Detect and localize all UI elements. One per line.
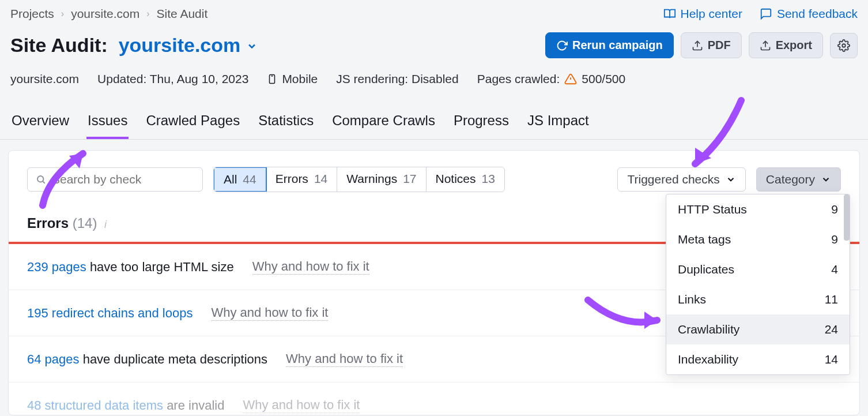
- filter-warnings[interactable]: Warnings17: [337, 167, 426, 192]
- fix-link[interactable]: Why and how to fix it: [243, 398, 360, 413]
- category-crawlability[interactable]: Crawlability24: [666, 314, 850, 344]
- issue-link[interactable]: 239 pages: [27, 260, 86, 274]
- issue-link[interactable]: 48 structured data items: [27, 398, 163, 413]
- info-icon[interactable]: i: [104, 219, 107, 230]
- meta-updated: Updated: Thu, Aug 10, 2023: [97, 72, 248, 86]
- upload-icon: [692, 40, 703, 51]
- tab-issues[interactable]: Issues: [86, 113, 129, 139]
- category-duplicates[interactable]: Duplicates4: [666, 254, 850, 284]
- tab-overview[interactable]: Overview: [10, 113, 70, 139]
- upload-icon: [760, 40, 771, 51]
- breadcrumb: Projects › yoursite.com › Site Audit: [10, 7, 207, 21]
- pdf-button[interactable]: PDF: [681, 32, 742, 58]
- tab-crawled-pages[interactable]: Crawled Pages: [145, 113, 241, 139]
- filter-notices[interactable]: Notices13: [427, 167, 504, 192]
- filter-errors[interactable]: Errors14: [266, 167, 338, 192]
- help-center-link[interactable]: Help center: [663, 7, 742, 21]
- category-http-status[interactable]: HTTP Status9: [666, 194, 850, 224]
- search-input[interactable]: [52, 173, 194, 186]
- meta-js-rendering: JS rendering: Disabled: [336, 72, 458, 86]
- tab-compare-crawls[interactable]: Compare Crawls: [331, 113, 436, 139]
- rerun-campaign-button[interactable]: Rerun campaign: [545, 32, 674, 58]
- page-title: Site Audit: yoursite.com: [10, 34, 258, 57]
- search-input-wrapper[interactable]: [27, 167, 203, 192]
- refresh-icon: [556, 40, 568, 51]
- chevron-down-icon: [821, 174, 831, 185]
- svg-point-7: [37, 176, 43, 182]
- nav-tabs: Overview Issues Crawled Pages Statistics…: [0, 86, 868, 140]
- filter-all[interactable]: All44: [213, 167, 267, 192]
- export-button[interactable]: Export: [749, 32, 823, 58]
- chevron-right-icon: ›: [146, 9, 149, 19]
- feedback-icon: [760, 8, 772, 20]
- chevron-right-icon: ›: [61, 9, 64, 19]
- issue-row: 48 structured data items are invalid Why…: [9, 383, 859, 415]
- breadcrumb-site-audit[interactable]: Site Audit: [157, 7, 208, 21]
- meta-pages-crawled: Pages crawled: 500/500: [477, 72, 626, 86]
- meta-device: Mobile: [267, 72, 318, 86]
- search-icon: [36, 174, 46, 185]
- scrollbar[interactable]: [844, 194, 850, 241]
- category-dropdown[interactable]: Category: [756, 167, 841, 192]
- meta-domain: yoursite.com: [10, 72, 79, 86]
- category-popover: HTTP Status9 Meta tags9 Duplicates4 Link…: [666, 194, 850, 375]
- fix-link[interactable]: Why and how to fix it: [211, 305, 328, 321]
- category-meta-tags[interactable]: Meta tags9: [666, 224, 850, 254]
- triggered-checks-dropdown[interactable]: Triggered checks: [617, 167, 745, 192]
- svg-line-8: [43, 181, 44, 183]
- issue-link[interactable]: 64 pages: [27, 352, 80, 366]
- chevron-down-icon: [726, 174, 736, 185]
- tab-js-impact[interactable]: JS Impact: [526, 113, 590, 139]
- chevron-down-icon[interactable]: [246, 34, 258, 56]
- mobile-icon: [267, 73, 277, 85]
- fix-link[interactable]: Why and how to fix it: [286, 351, 403, 367]
- category-indexability[interactable]: Indexability14: [666, 344, 850, 374]
- tab-progress[interactable]: Progress: [452, 113, 510, 139]
- breadcrumb-domain[interactable]: yoursite.com: [71, 7, 139, 21]
- issue-type-filter: All44 Errors14 Warnings17 Notices13: [213, 167, 505, 192]
- send-feedback-link[interactable]: Send feedback: [760, 7, 858, 21]
- title-domain-dropdown[interactable]: yoursite.com: [119, 34, 241, 56]
- breadcrumb-projects[interactable]: Projects: [10, 7, 54, 21]
- settings-button[interactable]: [830, 33, 858, 58]
- category-links[interactable]: Links11: [666, 284, 850, 314]
- svg-point-2: [842, 44, 846, 47]
- book-open-icon: [663, 8, 676, 20]
- tab-statistics[interactable]: Statistics: [257, 113, 315, 139]
- gear-icon: [837, 39, 850, 52]
- warning-triangle-icon: [564, 73, 577, 85]
- issue-link[interactable]: 195 redirect chains and loops: [27, 306, 193, 320]
- fix-link[interactable]: Why and how to fix it: [252, 259, 369, 275]
